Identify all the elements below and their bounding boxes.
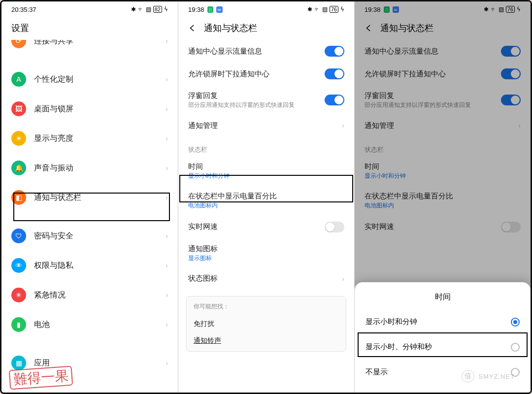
notif-row-speed[interactable]: 实时网速: [355, 216, 531, 238]
watermark-text: SMYZ.NET: [478, 373, 515, 380]
chevron-right-icon: ›: [342, 122, 344, 130]
display-icon: ☀: [11, 131, 26, 146]
row-label: 时间: [365, 162, 521, 171]
notif-row-lock[interactable]: 允许锁屏时下拉通知中心: [178, 63, 354, 85]
back-icon[interactable]: [188, 24, 197, 33]
toggle-lock[interactable]: [501, 68, 521, 79]
wifi-icon: ᯤ: [491, 6, 497, 13]
bluetooth-icon: ✱: [484, 6, 489, 13]
phone-notif-status: 19:38 ⎍ ∞ ✱ ᯤ ▧ 76 ϟ 通知与状态栏 通知中心显示流量信息允许…: [178, 1, 354, 393]
statusbar: 19:38 ⎍ ∞ ✱ ᯤ ▧ 76 ϟ: [355, 1, 531, 17]
radio-icon[interactable]: [511, 318, 520, 327]
chevron-right-icon: ›: [166, 194, 168, 201]
page-header: 通知与状态栏: [355, 17, 531, 40]
personal-icon: A: [11, 72, 26, 87]
settings-row-connect[interactable]: ⟳连接与共享›: [1, 40, 178, 56]
section-label-statusbar: 状态栏: [355, 136, 531, 156]
toggle-speed[interactable]: [325, 222, 344, 232]
settings-row-personal[interactable]: A个性化定制›: [1, 65, 178, 94]
suggestion-item[interactable]: 免打扰: [194, 316, 339, 332]
back-icon[interactable]: [365, 24, 373, 33]
toggle-lock[interactable]: [325, 68, 344, 79]
status-pill-blue: ∞: [393, 6, 399, 13]
suggestion-header: 你可能想找：: [194, 302, 339, 311]
sheet-title: 时间: [355, 286, 531, 309]
phone-notif-sheet: 19:38 ⎍ ∞ ✱ ᯤ ▧ 76 ϟ 通知与状态栏 通知中心显示流量信息允许…: [354, 1, 531, 393]
settings-row-label: 电池: [34, 320, 158, 330]
row-label: 时间: [188, 162, 344, 171]
row-label: 浮窗回复: [365, 91, 493, 100]
page-header: 通知与状态栏: [178, 17, 354, 40]
settings-row-sound[interactable]: 🔔声音与振动›: [1, 153, 178, 183]
apps-icon: ▦: [11, 356, 26, 370]
notif-row-float[interactable]: 浮窗回复部分应用通知支持以浮窗的形式快速回复: [178, 85, 354, 115]
radio-icon[interactable]: [511, 343, 520, 352]
row-sub: 部分应用通知支持以浮窗的形式快速回复: [188, 101, 317, 109]
status-pill-green: ⎍: [207, 6, 213, 13]
privacy-icon: 👁: [11, 258, 26, 273]
notif-row-time[interactable]: 时间显示小时和分钟: [355, 156, 531, 186]
statusbar: 20:35:37 ✱ ᯤ ▧ 82 ϟ: [1, 1, 178, 17]
settings-row-label: 显示与亮度: [34, 133, 158, 144]
status-time: 19:38: [188, 6, 204, 13]
watermark-right: 值 SMYZ.NET: [462, 369, 515, 384]
notif-row-manage[interactable]: 通知管理›: [355, 115, 531, 136]
settings-row-notif[interactable]: ◧通知与状态栏›: [1, 183, 178, 212]
notif-row-batt[interactable]: 在状态栏中显示电量百分比电池图标内: [355, 186, 531, 216]
settings-row-label: 声音与振动: [34, 163, 158, 173]
notif-row-time[interactable]: 时间显示小时和分钟: [178, 156, 354, 186]
notif-row-lock[interactable]: 允许锁屏时下拉通知中心: [355, 63, 531, 85]
notif-row-float[interactable]: 浮窗回复部分应用通知支持以浮窗的形式快速回复: [355, 85, 531, 115]
statusbar: 19:38 ⎍ ∞ ✱ ᯤ ▧ 76 ϟ: [178, 1, 354, 17]
row-label: 在状态栏中显示电量百分比: [188, 192, 344, 201]
page-title: 通知与状态栏: [380, 22, 433, 34]
settings-row-label: 个性化定制: [34, 74, 158, 85]
settings-row-display[interactable]: ☀显示与亮度›: [1, 124, 178, 153]
sheet-option-0[interactable]: 显示小时和分钟: [355, 309, 531, 334]
vibrate-icon: ▧: [499, 6, 504, 13]
phone-settings: 20:35:37 ✱ ᯤ ▧ 82 ϟ 设置 ⟳连接与共享›A个性化定制›🖼桌面…: [1, 1, 178, 393]
toggle-traffic[interactable]: [325, 46, 344, 57]
security-icon: 🛡: [11, 229, 26, 243]
notif-row-batt[interactable]: 在状态栏中显示电量百分比电池图标内: [178, 186, 354, 216]
toggle-speed[interactable]: [501, 222, 521, 232]
page-title: 通知与状态栏: [204, 22, 257, 34]
desktop-icon: 🖼: [11, 101, 26, 116]
vibrate-icon: ▧: [322, 6, 328, 13]
settings-row-desktop[interactable]: 🖼桌面与锁屏›: [1, 94, 178, 124]
settings-row-label: 密码与安全: [34, 231, 158, 241]
notif-row-speed[interactable]: 实时网速: [178, 216, 354, 238]
suggestion-box: 你可能想找：免打扰通知铃声: [186, 296, 346, 352]
settings-row-security[interactable]: 🛡密码与安全›: [1, 221, 178, 251]
page-title: 设置: [1, 17, 178, 40]
row-label: 在状态栏中显示电量百分比: [365, 192, 521, 201]
section-label-statusbar: 状态栏: [178, 136, 354, 156]
status-time: 20:35:37: [11, 6, 36, 13]
toggle-float[interactable]: [325, 95, 344, 105]
battery-icon: 82: [153, 6, 162, 13]
row-sub: 部分应用通知支持以浮窗的形式快速回复: [365, 101, 493, 109]
settings-row-battery[interactable]: ▮电池›: [1, 310, 178, 339]
settings-row-privacy[interactable]: 👁权限与隐私›: [1, 251, 178, 280]
toggle-traffic[interactable]: [501, 46, 521, 57]
notif-row-manage[interactable]: 通知管理›: [178, 115, 354, 136]
notif-row-traffic[interactable]: 通知中心显示流量信息: [178, 40, 354, 63]
notif-row-sicon[interactable]: 状态图标›: [178, 268, 354, 289]
toggle-float[interactable]: [501, 95, 521, 105]
row-label: 通知中心显示流量信息: [365, 47, 493, 56]
settings-row-label: 通知与状态栏: [34, 193, 158, 203]
row-label: 通知中心显示流量信息: [188, 47, 317, 56]
settings-row-sos[interactable]: ✳紧急情况›: [1, 280, 178, 310]
chevron-right-icon: ›: [166, 164, 168, 172]
wifi-icon: ᯤ: [314, 6, 320, 13]
status-pill-green: ⎍: [384, 6, 390, 13]
sheet-option-1[interactable]: 显示小时、分钟和秒: [355, 334, 531, 360]
chevron-right-icon: ›: [166, 232, 168, 240]
suggestion-item[interactable]: 通知铃声: [194, 332, 339, 349]
chevron-right-icon: ›: [166, 105, 168, 113]
row-label: 浮窗回复: [188, 91, 317, 100]
row-label: 通知图标: [188, 244, 344, 254]
notif-row-nicon[interactable]: 通知图标显示图标: [178, 238, 354, 268]
notif-row-traffic[interactable]: 通知中心显示流量信息: [355, 40, 531, 63]
row-sub: 电池图标内: [188, 202, 344, 210]
